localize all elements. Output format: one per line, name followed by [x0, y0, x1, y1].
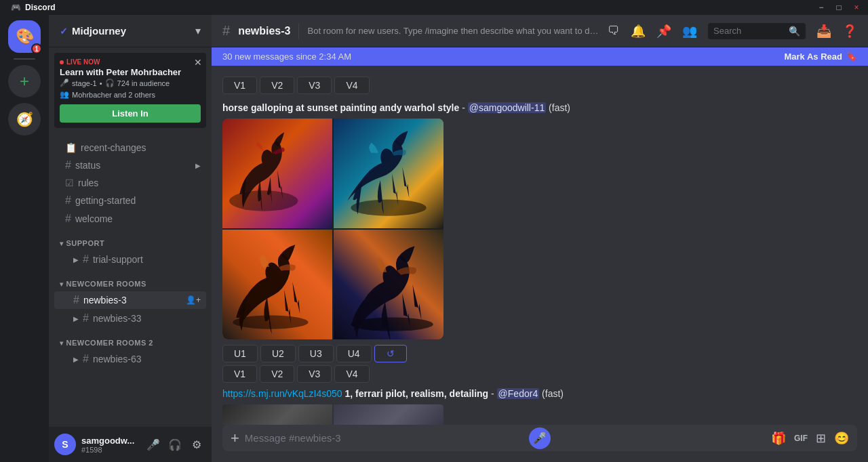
svg-point-3	[351, 199, 426, 215]
channel-newbies-63[interactable]: ▶ # newbies-63	[54, 350, 206, 368]
channel-newbies-3[interactable]: # newbies-3 👤+	[54, 291, 206, 309]
ferrari-preview-2	[334, 404, 443, 425]
verified-icon: ✓	[60, 26, 68, 37]
bookmark-icon: 🔖	[846, 51, 857, 62]
horse-image-1	[222, 119, 332, 228]
gift-icon[interactable]: 🎁	[771, 431, 786, 446]
add-member-icon: 👤+	[186, 295, 201, 305]
apps-icon[interactable]: ⊞	[816, 431, 826, 446]
horse-svg-3	[222, 230, 332, 339]
maximize-button[interactable]: □	[833, 1, 845, 14]
mic-icon: 🎤	[533, 432, 547, 444]
channel-recent-changes[interactable]: 📋 recent-changes	[54, 140, 206, 156]
channel-header: # newbies-3 Bot room for new users. Type…	[212, 15, 868, 47]
channel-getting-started[interactable]: # getting-started	[54, 192, 206, 209]
expand-icon: ▶	[73, 256, 79, 264]
chevron-down-icon: ▾	[195, 24, 201, 37]
v4-button[interactable]: V4	[334, 365, 369, 383]
horse-image-4	[334, 230, 443, 339]
channel-newbies-33[interactable]: ▶ # newbies-33	[54, 310, 206, 327]
inbox-icon[interactable]: 📥	[816, 24, 831, 39]
u2-button[interactable]: U2	[260, 345, 296, 362]
horse-image-3	[222, 230, 332, 339]
variation-buttons: V1 V2 V3 V4	[222, 365, 857, 383]
user-info: samgoodw... #1598	[81, 436, 138, 454]
category-arrow-icon: ▾	[60, 240, 64, 247]
server-divider	[14, 58, 35, 60]
avatar: S	[54, 434, 76, 455]
headphone-button[interactable]: 🎧	[165, 435, 184, 454]
add-attachment-button[interactable]: +	[231, 429, 239, 447]
gif-button[interactable]: GIF	[794, 434, 808, 443]
v3-button[interactable]: V3	[297, 365, 332, 383]
channel-hash-icon: #	[83, 253, 89, 266]
horse-message: horse galloping at sunset painting andy …	[222, 102, 857, 383]
horse-svg-4	[334, 230, 443, 339]
live-label: LIVE NOW	[60, 58, 201, 66]
v1-button-top[interactable]: V1	[222, 77, 257, 94]
main-content: # newbies-3 Bot room for new users. Type…	[212, 15, 868, 462]
u4-button[interactable]: U4	[336, 345, 372, 362]
server-icon-midjourney[interactable]: 🎨 1	[8, 20, 41, 53]
u1-button[interactable]: U1	[222, 345, 258, 362]
discord-logo: 🎮	[11, 3, 21, 12]
channel-trial-support[interactable]: ▶ # trial-support	[54, 251, 206, 268]
pin-icon[interactable]: 📌	[656, 24, 671, 39]
ferrari-preview-1	[222, 404, 332, 425]
minimize-button[interactable]: −	[815, 1, 827, 14]
server-name: ✓ Midjourney	[60, 25, 126, 37]
v2-button[interactable]: V2	[260, 365, 294, 383]
v4-button-top[interactable]: V4	[334, 77, 369, 94]
audience-icon: 🎧	[105, 79, 115, 87]
channel-hash-icon: #	[65, 194, 71, 207]
category-newcomer-rooms[interactable]: ▾ NEWCOMER ROOMS	[49, 269, 212, 291]
refresh-button[interactable]: ↺	[374, 345, 407, 362]
listen-in-button[interactable]: Listen In	[60, 104, 201, 123]
category-arrow-icon: ▾	[60, 280, 64, 288]
channel-header-description: Bot room for new users. Type /imagine th…	[307, 26, 599, 36]
channel-hash-icon: #	[83, 353, 89, 365]
app-brand: 🎮 Discord	[5, 3, 810, 12]
search-input[interactable]	[713, 26, 785, 36]
message-input[interactable]	[245, 425, 766, 451]
channel-header-hash-icon: #	[222, 23, 230, 39]
category-support[interactable]: ▾ SUPPORT	[49, 228, 212, 250]
close-banner-button[interactable]: ✕	[194, 57, 202, 68]
u3-button[interactable]: U3	[298, 345, 334, 362]
server-sidebar: 🎨 1 + 🧭	[0, 15, 49, 462]
expand-icon: ▶	[195, 162, 201, 169]
live-now-banner: LIVE NOW Learn with Peter Mohrbacher 🎤 s…	[54, 53, 206, 128]
channel-icon: ☑	[65, 177, 74, 188]
expand-icon: ▶	[73, 356, 79, 363]
message-text: horse galloping at sunset painting andy …	[222, 102, 857, 113]
close-button[interactable]: ×	[850, 1, 863, 14]
help-icon[interactable]: ❓	[842, 24, 857, 39]
settings-button[interactable]: ⚙	[187, 435, 206, 454]
emoji-icon[interactable]: 😊	[834, 431, 849, 446]
search-box[interactable]: 🔍	[708, 23, 806, 39]
explore-button[interactable]: 🧭	[8, 103, 41, 135]
expand-icon: ▶	[73, 315, 79, 322]
members-icon[interactable]: 👥	[682, 24, 697, 39]
server-header[interactable]: ✓ Midjourney ▾	[49, 15, 212, 47]
v3-button-top[interactable]: V3	[297, 77, 332, 94]
add-server-button[interactable]: +	[8, 65, 41, 98]
bell-icon[interactable]: 🔔	[631, 24, 646, 39]
username: samgoodw...	[81, 436, 138, 446]
ferrari-message-text: https://s.mj.run/vKqLzI4s050 1, ferrari …	[222, 388, 857, 399]
horse-svg-2	[334, 119, 443, 228]
avatars-icon: 👥	[60, 90, 69, 99]
svg-point-1	[229, 190, 298, 211]
mic-button[interactable]: 🎤	[144, 435, 163, 454]
v1-button[interactable]: V1	[222, 365, 257, 383]
channel-status[interactable]: # status ▶	[54, 156, 206, 174]
mark-read-button[interactable]: Mark As Read 🔖	[785, 51, 858, 62]
threads-icon[interactable]: 🗨	[608, 24, 620, 38]
channel-rules[interactable]: ☑ rules	[54, 175, 206, 191]
new-messages-banner[interactable]: 30 new messages since 2:34 AM Mark As Re…	[212, 47, 868, 66]
category-newcomer-rooms-2[interactable]: ▾ NEWCOMER ROOMS 2	[49, 328, 212, 350]
channel-sidebar: ✓ Midjourney ▾ LIVE NOW Learn with Peter…	[49, 15, 212, 462]
message-link[interactable]: https://s.mj.run/vKqLzI4s050	[222, 388, 342, 399]
v2-button-top[interactable]: V2	[260, 77, 294, 94]
channel-welcome[interactable]: # welcome	[54, 210, 206, 228]
